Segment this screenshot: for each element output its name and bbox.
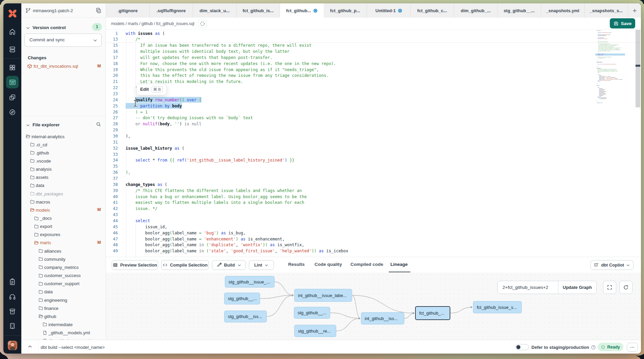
tree-item-macros[interactable]: macros [21,198,106,206]
tab-fct_github_c...[interactable]: fct_github_c... [411,3,454,18]
defer-toggle[interactable] [515,344,529,350]
tab-fct_github...[interactable]: fct_github... [280,3,324,18]
dbt-copilot-button[interactable]: dbt Copilot [591,260,634,270]
tree-item-assets[interactable]: assets [21,173,106,182]
rail-grid-icon[interactable] [9,64,16,71]
line-number: 27 [106,115,118,120]
tab-stg_github__...[interactable]: stg_github__... [498,3,541,18]
lineage-node-n1[interactable]: stg_github__issue_... [225,276,275,288]
user-avatar[interactable] [8,341,17,350]
graph-selector-input[interactable] [498,281,558,294]
tree-item-exposures[interactable]: exposures [21,231,106,239]
line-number: 37 [106,176,118,181]
tab-Untitled-1[interactable]: Untitled-1 [367,3,411,18]
tree-item-.vscode[interactable]: .vscode [21,157,106,165]
minimap[interactable] [597,30,624,250]
code-editor[interactable]: 1with issues as (13 /*15 If an issue has… [106,30,641,257]
tree-item-export[interactable]: export [21,223,106,231]
tree-item-data[interactable]: data [21,288,106,296]
tree-item-.github[interactable]: .github [21,149,106,157]
save-button[interactable]: Save [610,18,635,28]
rail-home-icon[interactable] [9,28,16,35]
line-number: 43 [106,212,118,217]
tree-item-customer_support[interactable]: customer_support [21,280,106,288]
refresh-graph-button[interactable] [619,281,632,294]
help-icon[interactable] [591,345,596,350]
lint-button[interactable]: Lint [249,260,274,270]
search-icon[interactable] [96,122,101,127]
new-tab-button[interactable] [628,3,641,18]
tree-item-marts[interactable]: martsM [21,239,106,247]
compile-selection-button[interactable]: Compile Selection [161,260,209,270]
tree-item-data[interactable]: data [21,182,106,190]
lineage-node-n9[interactable]: fct_github_issue_s... [473,301,522,313]
lineage-node-n4[interactable]: int_github__issue_labe... [294,289,352,302]
rail-windows-icon[interactable] [9,94,16,101]
copy-icon[interactable] [95,7,102,14]
rail-code-panel-icon[interactable] [6,76,19,88]
tree-item-github[interactable]: github [21,312,106,320]
fullscreen-button[interactable] [603,281,616,294]
rail-building-icon[interactable] [9,322,16,330]
preview-selection-button[interactable]: Preview Selection [112,260,158,270]
lineage-node-n6[interactable]: stg_github__re... [294,325,336,337]
tab-.gitignore[interactable]: .gitignore [106,3,150,18]
rail-compass-icon[interactable] [9,109,16,116]
tree-item-dbt_packages[interactable]: dbt_packages [21,190,106,198]
scrollbar-thumb[interactable] [636,30,640,107]
model-cube-icon [27,64,32,69]
rail-headset-icon[interactable] [9,293,16,300]
tab-.sqlfluffignore[interactable]: .sqlfluffignore [150,3,193,18]
branch-name[interactable]: mirnawong1-patch-2 [33,8,73,13]
dbt-logo-icon[interactable] [7,8,18,19]
tree-item-dim_github_users.sql[interactable]: dim_github_users.sql [21,337,106,340]
tree-item-company_metrics[interactable]: company_metrics [21,263,106,271]
tree-item-finance[interactable]: finance [21,304,106,312]
tab-dim_github_...[interactable]: dim_github_... [454,3,498,18]
rail-stack-icon[interactable] [9,46,16,53]
branch-header: mirnawong1-patch-2 [21,3,106,18]
tree-item-internal-analytics[interactable]: internal-analytics [21,132,106,141]
tab-_snapshots.yml[interactable]: _snapshots.yml [541,3,585,18]
tab-_snapshots_s...[interactable]: _snapshots_s... [585,3,628,18]
tree-item-_docs[interactable]: _docs [21,214,106,223]
tree-item-models[interactable]: modelsM [21,206,106,214]
changed-file-item[interactable]: fct_dbt_invocations.sql M [21,62,106,70]
commit-and-sync-select[interactable]: Commit and sync [24,34,102,47]
rail-clipboard-icon[interactable] [9,278,16,286]
lineage-node-n3[interactable]: stg_github__iss... [224,311,267,322]
results-tab-compiled-code[interactable]: Compiled code [350,262,383,267]
tree-item-intermediate[interactable]: intermediate [21,320,106,329]
results-tab-code-quality[interactable]: Code quality [315,262,342,267]
lineage-node-n7[interactable]: int_github__iss... [361,312,404,324]
update-graph-button[interactable]: Update Graph [558,281,596,294]
tree-item-community[interactable]: community [21,255,106,263]
lineage-node-n5[interactable]: stg_github__... [294,307,330,319]
tree-item-alliances[interactable]: alliances [21,247,106,255]
version-control-header[interactable]: Version control 1 [21,24,106,32]
file-explorer-header[interactable]: File explorer [21,121,106,129]
tree-item-.ci_cd[interactable]: .ci_cd [21,141,106,149]
tree-item-analysis[interactable]: analysis [21,165,106,173]
tab-fct_github_is...[interactable]: fct_github_is... [237,3,280,18]
tree-item-customer_success[interactable]: customer_success [21,272,106,280]
version-control-title: Version control [33,25,66,30]
code-text: easiest way to flatten multiple labels i… [126,200,304,205]
tab-dim_slack_u...[interactable]: dim_slack_u... [193,3,237,18]
lineage-node-n8[interactable]: fct_github_... [415,306,450,320]
results-tab-lineage[interactable]: Lineage [390,262,408,267]
changes-label: Changes [28,55,46,60]
results-tab-results[interactable]: Results [288,262,305,267]
rail-archive-icon[interactable] [9,308,16,315]
tree-item-engineering[interactable]: engineering [21,296,106,304]
build-button[interactable]: Build [212,260,246,270]
tab-fct_github_p...[interactable]: fct_github_p... [324,3,367,18]
lineage-node-n2[interactable]: stg_github__... [224,293,260,304]
command-input[interactable]: dbt build --select <model_name> [41,345,105,350]
line-number: 46 [106,231,118,235]
chevron-up-icon[interactable] [27,344,33,349]
tree-item-_github__models.yml[interactable]: _github__models.yml [21,329,106,337]
file-state-icon[interactable] [198,19,207,28]
edit-tooltip[interactable]: Edit⌘ B [136,84,167,95]
more-options-button[interactable] [627,343,638,352]
